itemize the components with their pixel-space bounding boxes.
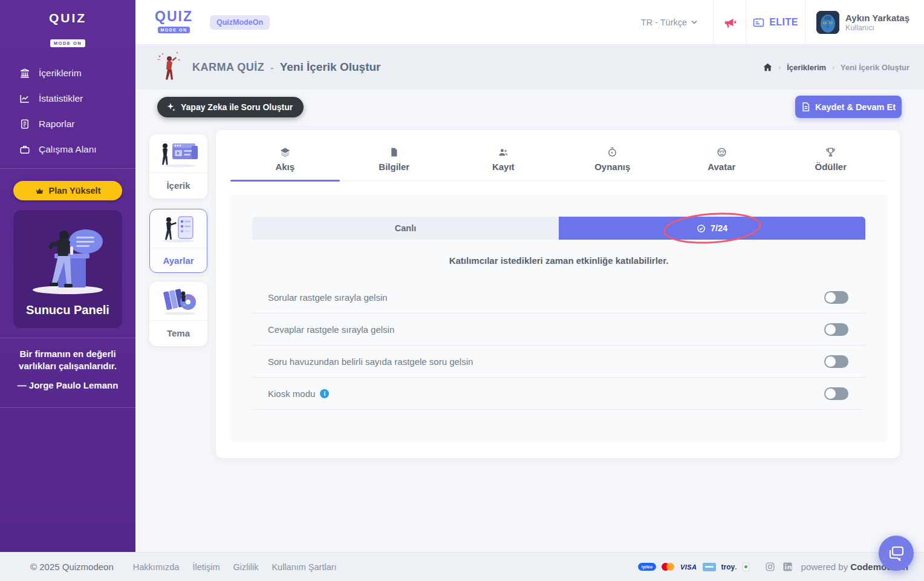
breadcrumb-separator-icon: ›	[778, 64, 781, 71]
upgrade-plan-label: Plan Yükselt	[49, 186, 101, 195]
setting-row-random-answers: Cevaplar rastgele sırayla gelsin	[252, 313, 865, 346]
etbis-badge-icon	[743, 563, 749, 571]
app: QUIZ MODE ON İçeriklerim İstatistikler R…	[0, 0, 924, 581]
tabs-bar: Akış Bilgiler Kayıt Oynanış Avatar	[230, 139, 885, 181]
user-role: Kullanıcı	[845, 24, 909, 32]
content-area: Yapay Zeka ile Soru Oluştur Kaydet & Dev…	[135, 90, 924, 552]
mode-always-label: 7/24	[711, 223, 727, 233]
info-icon[interactable]: i	[320, 389, 329, 398]
save-icon	[801, 102, 810, 112]
ayarlar-illustration	[150, 209, 207, 248]
sidebar-logo-badge: MODE ON	[50, 39, 85, 47]
step-card-icerik[interactable]: İçerik	[149, 134, 207, 199]
topbar-logo-text: QUIZ	[155, 10, 193, 23]
setting-label: Sorular rastgele sırayla gelsin	[268, 292, 388, 303]
tab-akis[interactable]: Akış	[230, 139, 340, 180]
instagram-icon[interactable]	[765, 562, 775, 572]
toggle-random-questions[interactable]	[824, 291, 848, 304]
presenter-panel-card[interactable]: Sunucu Paneli	[13, 210, 122, 328]
mode-live-segment[interactable]: Canlı	[252, 217, 559, 240]
setting-row-random-questions: Sorular rastgele sırayla gelsin	[252, 281, 865, 313]
reports-icon	[19, 119, 30, 130]
tab-oynanis[interactable]: Oynanış	[558, 139, 668, 180]
file-icon	[389, 147, 399, 157]
save-continue-button[interactable]: Kaydet & Devam Et	[795, 96, 902, 118]
topbar-logo[interactable]: QUIZ MODE ON	[155, 10, 193, 34]
sidebar-item-raporlar[interactable]: Raporlar	[0, 111, 135, 137]
toggle-kiosk-mode[interactable]	[824, 387, 848, 400]
tab-oduller[interactable]: Ödüller	[776, 139, 886, 180]
toggle-random-answers[interactable]	[824, 323, 848, 336]
language-label: TR - Türkçe	[641, 18, 687, 27]
user-menu[interactable]: Aykın Yarkataş Kullanıcı	[805, 0, 924, 44]
flow-settings-panel: Canlı 7/24 Katılımcılar istedikleri zama…	[230, 195, 888, 442]
sidebar-logo-text: QUIZ	[0, 11, 135, 25]
sidebar-item-label: Çalışma Alanı	[39, 144, 97, 155]
sidebar-item-calisma-alani[interactable]: Çalışma Alanı	[0, 137, 135, 162]
step-card-ayarlar[interactable]: Ayarlar	[149, 209, 207, 273]
user-info: Aykın Yarkataş Kullanıcı	[845, 13, 909, 32]
mode-always-segment[interactable]: 7/24	[559, 217, 865, 240]
users-icon	[498, 147, 509, 157]
sidebar-item-label: Raporlar	[39, 119, 74, 130]
footer-link-hakkimizda[interactable]: Hakkımızda	[133, 562, 180, 572]
tab-bilgiler[interactable]: Bilgiler	[340, 139, 449, 180]
tab-label: Kayıt	[492, 162, 515, 172]
workspace-icon	[19, 144, 30, 155]
footer-link-iletisim[interactable]: İletişim	[192, 562, 220, 572]
upgrade-plan-button[interactable]: Plan Yükselt	[13, 181, 122, 200]
crown-icon	[35, 186, 44, 195]
mastercard-logo-icon	[662, 563, 675, 571]
toggle-question-pool[interactable]	[824, 355, 848, 368]
home-icon[interactable]	[763, 63, 772, 71]
setting-label: Kiosk modu	[268, 389, 315, 399]
step-card-tema[interactable]: Tema	[149, 282, 207, 346]
page-title: Yeni İçerik Oluştur	[280, 61, 381, 74]
chat-fab-button[interactable]	[879, 536, 914, 571]
avatar	[816, 11, 839, 34]
step-label-ayarlar: Ayarlar	[150, 248, 207, 272]
language-selector[interactable]: TR - Türkçe	[625, 0, 713, 44]
sidebar-divider	[0, 407, 135, 408]
megaphone-icon	[723, 16, 737, 28]
chat-bubbles-icon	[888, 545, 905, 561]
footer-link-kullanim-sartlari[interactable]: Kullanım Şartları	[272, 562, 336, 572]
page-header: KARMA QUİZ - Yeni İçerik Oluştur › İçeri…	[135, 45, 924, 90]
footer-link-gizlilik[interactable]: Gizlilik	[233, 562, 259, 572]
quote-author: — Jorge Paulo Lemann	[11, 380, 125, 390]
setting-label: Cevaplar rastgele sırayla gelsin	[268, 324, 394, 335]
breadcrumb-iceriklerim[interactable]: İçeriklerim	[787, 63, 826, 72]
tab-avatar[interactable]: Avatar	[667, 139, 776, 180]
mode-segmented-control: Canlı 7/24	[252, 217, 865, 240]
title-separator: -	[270, 62, 273, 73]
sidebar-item-label: İstatistikler	[39, 93, 83, 104]
page-title-group: KARMA QUİZ - Yeni İçerik Oluştur	[192, 61, 381, 74]
quote-block: Bir firmanın en değerli varlıkları çalış…	[0, 338, 135, 401]
presenter-illustration	[21, 218, 115, 297]
announcements-button[interactable]	[713, 0, 746, 44]
breadcrumb-current: Yeni İçerik Oluştur	[841, 63, 909, 72]
mode-live-label: Canlı	[395, 223, 416, 233]
chevron-down-icon	[691, 20, 697, 24]
trophy-icon	[825, 147, 836, 157]
sidebar-item-istatistikler[interactable]: İstatistikler	[0, 86, 135, 111]
tab-label: Bilgiler	[379, 162, 409, 172]
setting-row-kiosk-mode: Kiosk modu i	[252, 378, 865, 410]
sidebar-item-iceriklerim[interactable]: İçeriklerim	[0, 61, 135, 86]
sparkle-icon	[166, 102, 175, 112]
linkedin-icon[interactable]	[782, 562, 793, 572]
sidebar-logo: QUIZ MODE ON	[0, 0, 135, 47]
emoji-icon	[717, 147, 727, 157]
step-label-icerik: İçerik	[149, 173, 207, 197]
ai-generate-label: Yapay Zeka ile Soru Oluştur	[181, 102, 293, 112]
footer-links: Hakkımızda İletişim Gizlilik Kullanım Şa…	[133, 562, 337, 572]
breadcrumb-separator-icon: ›	[832, 64, 835, 71]
quiz-name: KARMA QUİZ	[192, 61, 264, 74]
user-name: Aykın Yarkataş	[845, 13, 909, 24]
plan-badge[interactable]: ELITE	[746, 0, 805, 44]
tab-kayit[interactable]: Kayıt	[449, 139, 558, 180]
ai-generate-button[interactable]: Yapay Zeka ile Soru Oluştur	[157, 97, 304, 117]
presenter-panel-label: Sunucu Paneli	[19, 303, 116, 317]
elite-card-icon	[753, 18, 764, 27]
library-icon	[19, 68, 30, 79]
